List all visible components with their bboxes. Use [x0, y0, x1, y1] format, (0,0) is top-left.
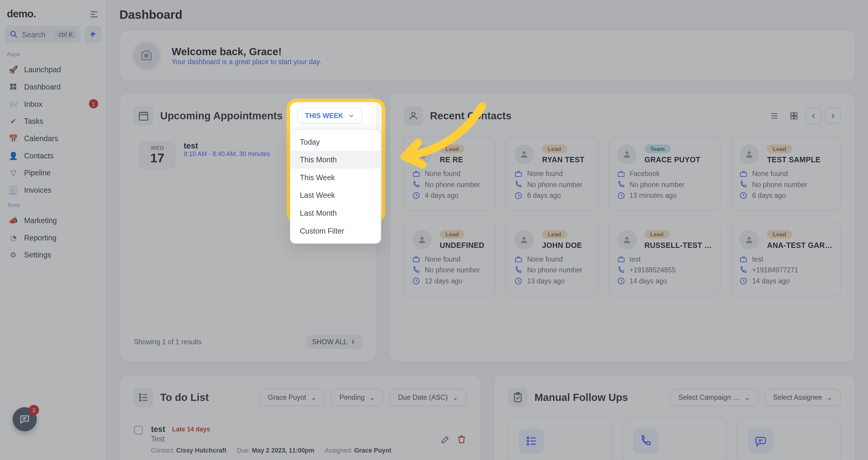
person-icon — [515, 145, 534, 164]
sidebar-item-contacts[interactable]: 👤Contacts — [4, 147, 103, 164]
svg-rect-31 — [618, 172, 624, 176]
sidebar-item-inbox[interactable]: 📨Inbox1 — [4, 95, 103, 112]
contact-card[interactable]: Lead RYAN TEST None found No phone numbe… — [506, 136, 598, 211]
svg-rect-5 — [10, 84, 13, 86]
sidebar-item-calendars[interactable]: 📅Calendars — [4, 130, 103, 147]
sidebar-item-tasks[interactable]: ✔Tasks — [4, 112, 103, 130]
contact-phone: No phone number — [425, 266, 480, 274]
briefcase-icon — [412, 255, 420, 263]
contact-phone: No phone number — [752, 181, 807, 189]
chart-icon: ◔ — [8, 232, 19, 243]
prev-page-button[interactable] — [805, 108, 822, 124]
svg-point-42 — [625, 236, 628, 239]
contact-name: GRACE PUYOT — [644, 156, 701, 164]
campaign-filter[interactable]: Select Campaign …⌄ — [670, 389, 758, 406]
filter-option-last-week[interactable]: Last Week — [290, 187, 380, 204]
filter-option-today[interactable]: Today — [290, 133, 380, 151]
search-input[interactable]: Search ctrl K — [4, 26, 81, 43]
contact-card[interactable]: Lead UNDEFINED None found No phone numbe… — [404, 221, 496, 297]
phone-icon — [740, 266, 748, 274]
page-title: Dashboard — [119, 8, 182, 22]
quick-action-button[interactable] — [85, 26, 102, 43]
followup-total-pending[interactable] — [508, 418, 612, 460]
filter-option-last-month[interactable]: Last Month — [290, 204, 380, 222]
sidebar-item-settings[interactable]: ⚙Settings — [4, 246, 103, 263]
list-icon — [134, 388, 153, 407]
next-page-button[interactable] — [825, 108, 841, 124]
filter-option-custom[interactable]: Custom Filter — [290, 222, 380, 240]
sms-icon — [748, 428, 773, 454]
contact-time: 13 minutes ago — [629, 192, 677, 200]
chevron-down-icon: ⌄ — [452, 393, 458, 401]
main: Dashboard Welcome back, Grace! Your dash… — [107, 0, 868, 460]
chat-fab[interactable]: 3 — [12, 407, 37, 431]
sidebar-item-dashboard[interactable]: Dashboard — [4, 78, 103, 95]
clock-icon — [617, 192, 625, 200]
todo-item-subtitle: Test — [151, 435, 432, 443]
person-icon — [617, 230, 636, 250]
contact-company: test — [629, 255, 641, 263]
svg-point-3 — [11, 31, 15, 36]
contact-company: None found — [527, 170, 562, 178]
contact-card[interactable]: Lead JOHN DOE None found No phone number… — [506, 221, 598, 297]
search-icon — [9, 30, 19, 39]
sidebar-item-launchpad[interactable]: 🚀Launchpad — [4, 61, 103, 78]
show-all-button[interactable]: SHOW ALL — [306, 335, 362, 349]
person-icon — [404, 106, 423, 126]
sidebar-item-pipeline[interactable]: ▽Pipeline — [4, 164, 103, 182]
phone-icon — [515, 266, 523, 274]
person-icon — [515, 230, 534, 250]
contact-card[interactable]: Lead RE RE None found No phone number 4 … — [404, 136, 496, 211]
view-list-button[interactable] — [767, 108, 783, 124]
svg-rect-8 — [13, 87, 16, 90]
svg-point-36 — [421, 236, 424, 239]
appointments-card: Upcoming Appointments THIS WEEK Today Th… — [119, 93, 376, 362]
followup-sms[interactable] — [737, 418, 841, 460]
contact-card[interactable]: Lead ANA-TEST GAR… test +19184977271 14 … — [731, 221, 841, 297]
sidebar-item-invoices[interactable]: 🧾Invoices — [4, 182, 103, 199]
sidebar-item-reporting[interactable]: ◔Reporting — [4, 229, 103, 246]
svg-rect-43 — [618, 258, 624, 262]
svg-point-24 — [421, 151, 424, 154]
appointments-filter-dropdown[interactable]: THIS WEEK Today This Month This Week Las… — [298, 108, 363, 124]
assignee-filter[interactable]: Select Assignee⌄ — [765, 389, 841, 406]
svg-rect-6 — [13, 84, 16, 86]
contact-phone: No phone number — [527, 266, 582, 274]
edit-icon[interactable] — [440, 434, 451, 444]
contact-time: 13 days ago — [527, 277, 565, 285]
todo-assignee-filter[interactable]: Grace Puyot⌄ — [259, 389, 325, 406]
todo-title: To do List — [160, 391, 209, 403]
appointments-title: Upcoming Appointments — [160, 110, 282, 122]
search-placeholder: Search — [22, 30, 52, 39]
chevron-down-icon: ⌄ — [744, 393, 750, 401]
welcome-subtitle: Your dashboard is a great place to start… — [172, 58, 321, 66]
sidebar-item-marketing[interactable]: 📣Marketing — [4, 211, 103, 229]
welcome-avatar[interactable] — [131, 41, 161, 71]
todo-status-filter[interactable]: Pending⌄ — [331, 389, 384, 406]
svg-point-16 — [412, 112, 415, 116]
followup-phone[interactable] — [623, 418, 727, 460]
nav-apps: 🚀Launchpad Dashboard 📨Inbox1 ✔Tasks 📅Cal… — [0, 60, 106, 200]
svg-line-4 — [15, 35, 17, 37]
nav-tools: 📣Marketing ◔Reporting ⚙Settings — [0, 210, 106, 265]
contact-card[interactable]: Team GRACE PUYOT Facebook No phone numbe… — [608, 136, 720, 211]
collapse-sidebar-button[interactable] — [89, 9, 99, 20]
todo-sort-filter[interactable]: Due Date (ASC)⌄ — [390, 389, 467, 406]
contact-name: ANA-TEST GAR… — [767, 241, 833, 250]
todo-checkbox[interactable] — [134, 426, 143, 435]
contact-card[interactable]: Lead RUSSELL-TEST … test +19188524855 14… — [608, 221, 720, 297]
megaphone-icon: 📣 — [8, 215, 19, 226]
inbox-icon: 📨 — [8, 99, 19, 109]
phone-icon — [515, 181, 523, 189]
filter-option-this-week[interactable]: This Week — [290, 169, 380, 187]
svg-point-48 — [140, 394, 141, 395]
view-grid-button[interactable] — [786, 108, 802, 124]
delete-icon[interactable] — [456, 434, 467, 444]
contacts-title: Recent Contacts — [430, 110, 512, 122]
person-icon — [740, 230, 759, 250]
contact-card[interactable]: Lead TEST SAMPLE None found No phone num… — [731, 136, 841, 211]
filter-option-this-month[interactable]: This Month — [290, 151, 380, 169]
contact-tag: Lead — [542, 145, 567, 153]
contact-time: 6 days ago — [527, 192, 561, 200]
check-icon: ✔ — [8, 116, 19, 126]
